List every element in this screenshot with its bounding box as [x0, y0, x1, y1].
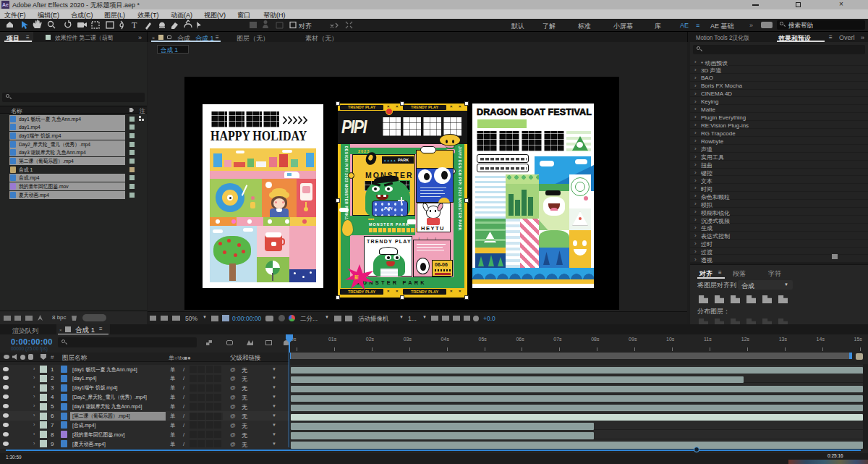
svg-text:T: T	[132, 20, 137, 30]
